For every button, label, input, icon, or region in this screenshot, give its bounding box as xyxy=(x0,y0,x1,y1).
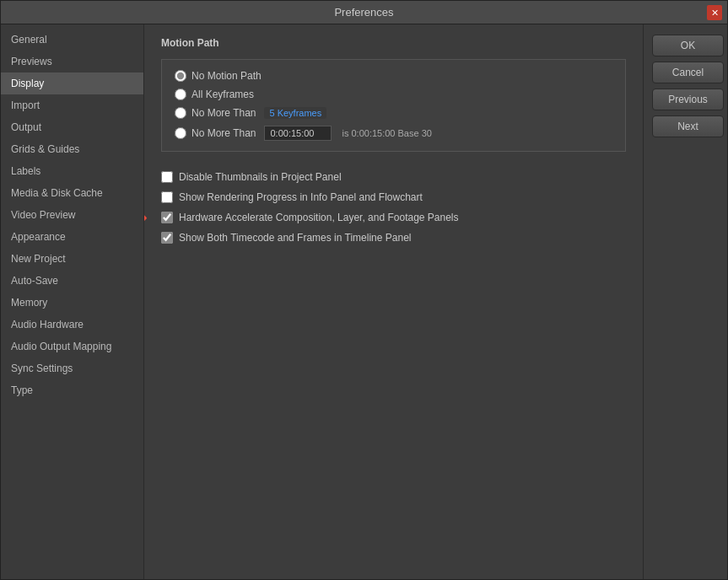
checkbox-disable-thumbnails-input[interactable] xyxy=(161,171,173,183)
sidebar-item-appearance[interactable]: Appearance xyxy=(1,226,143,248)
sidebar-item-import[interactable]: Import xyxy=(1,94,143,116)
radio-no-motion-path-label: No Motion Path xyxy=(191,70,262,82)
checkbox-hardware-accel-input[interactable] xyxy=(161,212,173,223)
time-suffix: is 0:00:15:00 Base 30 xyxy=(342,128,431,138)
sidebar-item-grids---guides[interactable]: Grids & Guides xyxy=(1,138,143,160)
sidebar-item-display[interactable]: Display xyxy=(1,72,143,94)
radio-no-more-than-keyframes-label: No More Than xyxy=(191,107,256,119)
arrow-indicator: ➜ xyxy=(144,210,147,226)
sidebar-item-general[interactable]: General xyxy=(1,29,143,51)
sidebar-item-previews[interactable]: Previews xyxy=(1,51,143,72)
dialog-title: Preferences xyxy=(334,6,393,19)
previous-button[interactable]: Previous xyxy=(652,89,724,110)
radio-no-more-than-time-label: No More Than xyxy=(191,127,256,139)
title-bar: Preferences ✕ xyxy=(1,1,727,24)
radio-no-more-than-time-input[interactable] xyxy=(175,127,186,139)
sidebar-item-memory[interactable]: Memory xyxy=(1,292,143,314)
close-button[interactable]: ✕ xyxy=(707,5,722,20)
sidebar-item-media---disk-cache[interactable]: Media & Disk Cache xyxy=(1,182,143,204)
checkbox-hardware-accel: ➜ Hardware Accelerate Composition, Layer… xyxy=(161,212,626,223)
checkbox-show-rendering-label: Show Rendering Progress in Info Panel an… xyxy=(179,191,423,203)
radio-no-more-than-keyframes-input[interactable] xyxy=(175,107,186,119)
radio-no-more-than-time: No More Than is 0:00:15:00 Base 30 xyxy=(175,126,612,141)
checkbox-show-timecode-input[interactable] xyxy=(161,232,173,244)
radio-all-keyframes-label: All Keyframes xyxy=(191,89,254,100)
preferences-dialog: Preferences ✕ GeneralPreviewsDisplayImpo… xyxy=(0,0,728,580)
radio-all-keyframes: All Keyframes xyxy=(175,89,612,100)
sidebar-item-output[interactable]: Output xyxy=(1,116,143,138)
checkbox-hardware-accel-label: Hardware Accelerate Composition, Layer, … xyxy=(179,212,459,223)
sidebar-item-labels[interactable]: Labels xyxy=(1,160,143,182)
sidebar-item-type[interactable]: Type xyxy=(1,379,143,401)
sidebar-item-audio-output-mapping[interactable]: Audio Output Mapping xyxy=(1,336,143,357)
dialog-content: GeneralPreviewsDisplayImportOutputGrids … xyxy=(1,24,727,579)
buttons-panel: OK Cancel Previous Next xyxy=(643,24,727,579)
ok-button[interactable]: OK xyxy=(652,35,724,56)
sidebar-item-new-project[interactable]: New Project xyxy=(1,248,143,270)
motion-path-group: No Motion Path All Keyframes No More Tha… xyxy=(161,59,626,152)
checkbox-show-rendering: Show Rendering Progress in Info Panel an… xyxy=(161,191,626,203)
radio-all-keyframes-input[interactable] xyxy=(175,89,186,100)
sidebar-item-audio-hardware[interactable]: Audio Hardware xyxy=(1,314,143,336)
time-input-field[interactable] xyxy=(264,126,332,141)
sidebar-item-auto-save[interactable]: Auto-Save xyxy=(1,270,143,292)
radio-no-motion-path-input[interactable] xyxy=(175,70,186,82)
main-content: Motion Path No Motion Path All Keyframes… xyxy=(144,24,643,579)
section-title: Motion Path xyxy=(161,37,626,49)
checkbox-show-rendering-input[interactable] xyxy=(161,191,173,203)
checkbox-group: Disable Thumbnails in Project Panel Show… xyxy=(161,171,626,244)
radio-no-motion-path: No Motion Path xyxy=(175,70,612,82)
sidebar: GeneralPreviewsDisplayImportOutputGrids … xyxy=(1,24,144,579)
cancel-button[interactable]: Cancel xyxy=(652,62,724,83)
sidebar-item-video-preview[interactable]: Video Preview xyxy=(1,204,143,226)
sidebar-item-sync-settings[interactable]: Sync Settings xyxy=(1,357,143,379)
checkbox-show-timecode-label: Show Both Timecode and Frames in Timelin… xyxy=(179,232,411,244)
next-button[interactable]: Next xyxy=(652,115,724,137)
checkbox-disable-thumbnails: Disable Thumbnails in Project Panel xyxy=(161,171,626,183)
keyframe-count: 5 Keyframes xyxy=(264,107,326,119)
checkbox-show-timecode: Show Both Timecode and Frames in Timelin… xyxy=(161,232,626,244)
radio-no-more-than-keyframes: No More Than 5 Keyframes xyxy=(175,107,612,119)
checkbox-disable-thumbnails-label: Disable Thumbnails in Project Panel xyxy=(179,171,342,183)
